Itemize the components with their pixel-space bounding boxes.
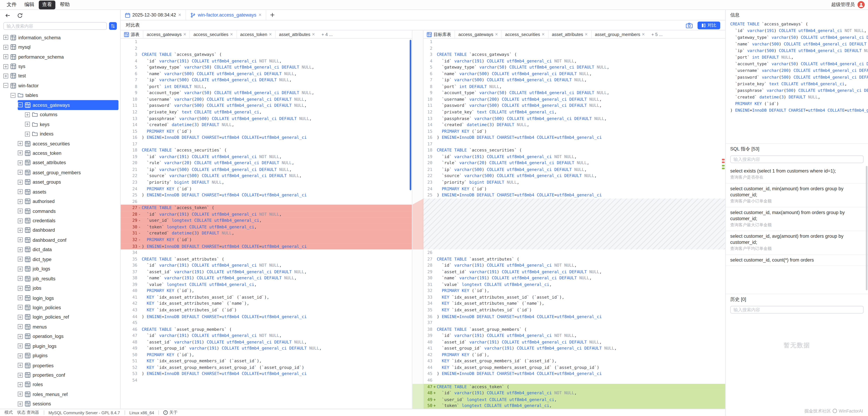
tree-item-plugin_logs[interactable]: plugin_logs [18,341,120,351]
expand-icon[interactable] [3,74,8,79]
target-pane-tab-access_gateways[interactable]: access_gateways× [455,30,501,38]
menu-item-编辑[interactable]: 编辑 [21,0,38,9]
tree-item-dashboard_conf[interactable]: dashboard_conf [18,235,120,245]
tree-item-login_policies_ref[interactable]: login_policies_ref [18,312,120,322]
tree-item-dict_data[interactable]: dict_data [18,245,120,254]
expand-icon[interactable] [3,64,8,69]
tree-item-roles[interactable]: roles [18,380,120,389]
tree-item-job_results[interactable]: job_results [18,274,120,283]
tree-item-test[interactable]: test [3,71,120,81]
tree-item-asset_groups[interactable]: asset_groups [18,177,120,187]
sql-command-item[interactable]: select customer_id, count(*) from orders [726,254,868,266]
close-icon[interactable]: × [183,32,186,37]
editor-tab-2025-12-30 08:34:42[interactable]: 2025-12-30 08:34:42× [121,10,186,20]
collapse-icon[interactable] [10,93,16,98]
user-avatar-icon[interactable] [858,1,865,8]
editor-tab-win-factor.access_gateways[interactable]: win-factor.access_gateways× [186,10,266,20]
expand-icon[interactable] [18,344,23,349]
expand-icon[interactable] [18,257,23,262]
expand-icon[interactable] [18,305,23,310]
tree-item-sessions[interactable]: sessions [18,399,120,409]
sidebar-collapse-button[interactable] [109,22,117,30]
expand-icon[interactable] [18,160,23,165]
sql-command-item[interactable]: select customer_id, avg(amount) from ord… [726,231,868,255]
expand-icon[interactable] [18,228,23,233]
expand-icon[interactable] [18,295,23,300]
target-pane-tab-asset_group_members[interactable]: asset_group_members× [591,30,648,38]
sidebar-search-input[interactable] [3,22,107,30]
tree-item-information_schema[interactable]: information_schema [3,33,120,42]
tree-item-operation_logs[interactable]: operation_logs [18,332,120,341]
expand-icon[interactable] [18,199,23,204]
sql-command-item[interactable]: select exists (select 1 from customers w… [726,165,868,183]
expand-icon[interactable] [3,54,8,59]
compare-button[interactable]: 对比 [698,21,720,29]
expand-icon[interactable] [18,353,23,358]
expand-icon[interactable] [18,363,23,368]
tree-item-sys[interactable]: sys [3,62,120,71]
expand-icon[interactable] [18,209,23,214]
expand-icon[interactable] [18,247,23,252]
expand-icon[interactable] [18,324,23,330]
expand-icon[interactable] [25,122,30,127]
sql-command-item[interactable]: select customer_id, max(amount) from ord… [726,207,868,231]
status-mode[interactable]: 模式 [4,410,13,415]
tree-item-dict_type[interactable]: dict_type [18,254,120,264]
tree-item-access_securities[interactable]: access_securities [18,139,120,148]
expand-icon[interactable] [25,112,30,117]
sql-commands-search-input[interactable] [730,155,864,163]
expand-icon[interactable] [18,170,23,175]
refresh-icon[interactable] [17,12,23,18]
expand-icon[interactable] [18,180,23,185]
source-pane-tab-access_securities[interactable]: access_securities× [190,30,236,38]
source-pane-tab-asset_attributes[interactable]: asset_attributes× [275,30,318,38]
expand-icon[interactable] [18,315,23,320]
source-code-editor[interactable]: 123CREATE TABLE `access_gateways` (4 `id… [121,39,412,409]
close-icon[interactable]: × [312,32,315,37]
tree-item-asset_group_members[interactable]: asset_group_members [18,168,120,177]
close-icon[interactable]: × [178,12,181,18]
close-icon[interactable]: × [542,32,545,37]
tree-item-properties[interactable]: properties [18,360,120,370]
status-about[interactable]: i 关于 [163,410,178,415]
close-icon[interactable]: × [230,32,233,37]
sql-commands-scrollbar[interactable] [866,166,867,290]
tree-item-login_policies[interactable]: login_policies [18,303,120,312]
tree-item-keys[interactable]: keys [25,119,120,129]
source-pane-tab-access_gateways[interactable]: access_gateways× [143,30,189,38]
expand-icon[interactable] [18,238,23,243]
tree-item-indexs[interactable]: indexs [25,129,120,139]
collapse-icon[interactable] [18,102,23,107]
expand-icon[interactable] [3,35,8,40]
close-icon[interactable]: × [258,12,261,18]
tree-item-menus[interactable]: menus [18,322,120,332]
footer-brand[interactable]: WinFactorAI [839,409,863,414]
expand-icon[interactable] [18,382,23,387]
tree-item-job_logs[interactable]: job_logs [18,264,120,274]
new-tab-button[interactable] [267,10,279,20]
tree-item-tables[interactable]: tables [10,91,120,100]
tree-item-plugins[interactable]: plugins [18,351,120,360]
tree-item-performance_schema[interactable]: performance_schema [3,52,120,62]
expand-icon[interactable] [18,141,23,146]
expand-icon[interactable] [18,334,23,339]
source-pane-tab-access_token[interactable]: access_token× [236,30,275,38]
tree-item-access_token[interactable]: access_token [18,148,120,158]
sql-command-item[interactable]: select customer_id, min(amount) from ord… [726,183,868,207]
close-icon[interactable]: × [269,32,272,37]
tree-item-properties_conf[interactable]: properties_conf [18,370,120,380]
history-search-input[interactable] [730,306,864,314]
expand-icon[interactable] [18,392,23,397]
tree-item-roles_menus_ref[interactable]: roles_menus_ref [18,389,120,399]
expand-icon[interactable] [18,286,23,291]
tree-item-mysql[interactable]: mysql [3,42,120,52]
back-icon[interactable] [5,12,11,18]
target-pane-tabs-overflow[interactable]: + 5 ... [648,32,666,37]
expand-icon[interactable] [18,276,23,281]
expand-icon[interactable] [18,267,23,272]
tree-item-assets[interactable]: assets [18,187,120,197]
target-pane-tab-asset_attributes[interactable]: asset_attributes× [548,30,591,38]
target-code-editor[interactable]: 123CREATE TABLE `access_gateways` (4 `id… [424,39,725,409]
tree-item-asset_attributes[interactable]: asset_attributes [18,158,120,168]
expand-icon[interactable] [3,44,8,49]
